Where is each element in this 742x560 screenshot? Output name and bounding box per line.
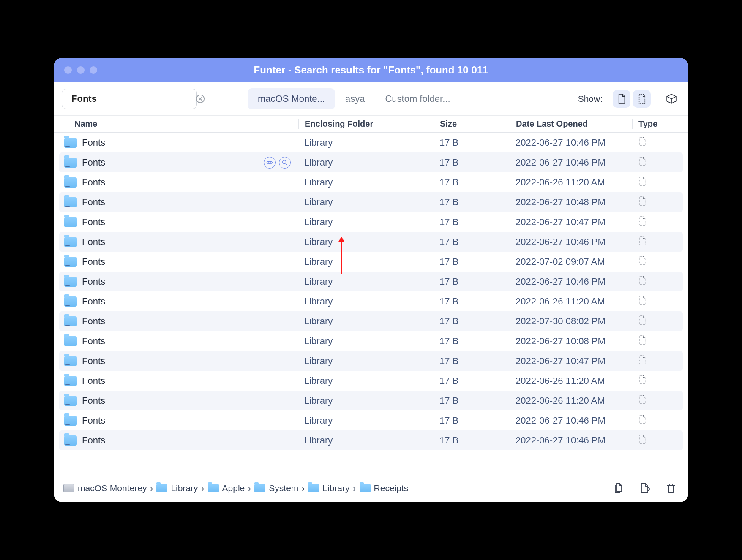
hidden-file-icon (638, 216, 647, 226)
row-size: 17 B (434, 256, 510, 267)
reveal-button[interactable] (637, 481, 652, 496)
hidden-file-icon (638, 275, 647, 285)
minimize-button[interactable] (77, 66, 85, 74)
row-type (632, 256, 683, 268)
row-folder: Library (298, 256, 434, 267)
folder-icon (208, 484, 219, 492)
row-name: Fonts (82, 177, 105, 188)
row-type (632, 216, 683, 228)
show-toggle-group (613, 90, 651, 108)
folder-icon (64, 376, 77, 386)
row-date: 2022-06-26 11:20 AM (510, 395, 632, 406)
folder-icon (64, 138, 77, 148)
header-folder[interactable]: Enclosing Folder (298, 119, 434, 129)
folder-icon (254, 484, 265, 492)
row-size: 17 B (434, 137, 510, 148)
search-input[interactable] (71, 93, 191, 104)
row-type (632, 414, 683, 427)
folder-icon (64, 296, 77, 307)
hidden-file-icon (638, 434, 647, 444)
show-visible-files-toggle[interactable] (613, 90, 630, 108)
row-size: 17 B (434, 395, 510, 406)
row-name: Fonts (82, 276, 105, 287)
show-hidden-files-toggle[interactable] (633, 90, 651, 108)
row-date: 2022-06-27 10:08 PM (510, 336, 632, 347)
hidden-file-icon (638, 335, 647, 345)
table-row[interactable]: FontsLibrary17 B2022-06-27 10:47 PM (59, 212, 683, 232)
hidden-file-icon (638, 156, 647, 166)
row-date: 2022-06-27 10:46 PM (510, 237, 632, 247)
scope-tab[interactable]: Custom folder... (375, 88, 460, 109)
table-row[interactable]: FontsLibrary17 B2022-06-27 10:46 PM (59, 133, 683, 152)
row-folder: Library (298, 217, 434, 228)
disk-icon (63, 484, 74, 492)
header-date[interactable]: Date Last Opened (510, 119, 632, 129)
breadcrumb-item[interactable]: System (254, 483, 298, 493)
close-button[interactable] (64, 66, 72, 74)
search-scopes: macOS Monte...asyaCustom folder... (248, 88, 461, 109)
table-row[interactable]: FontsLibrary17 B2022-06-26 11:20 AM (59, 371, 683, 391)
chevron-right-icon: › (353, 483, 356, 493)
table-row[interactable]: FontsLibrary17 B2022-06-26 11:20 AM (59, 172, 683, 192)
row-size: 17 B (434, 237, 510, 247)
breadcrumb-item[interactable]: Receipts (360, 483, 409, 493)
row-date: 2022-06-26 11:20 AM (510, 177, 632, 188)
search-field[interactable] (62, 89, 197, 109)
hidden-file-icon (638, 136, 647, 147)
packages-toggle[interactable] (663, 90, 680, 108)
eye-icon (266, 159, 273, 166)
row-date: 2022-06-27 10:46 PM (510, 415, 632, 426)
folder-icon (64, 197, 77, 207)
table-row[interactable]: FontsLibrary17 B2022-06-26 11:20 AM (59, 291, 683, 311)
folder-icon (64, 435, 77, 446)
folder-icon (64, 336, 77, 346)
row-name: Fonts (82, 375, 105, 386)
row-name: Fonts (82, 256, 105, 267)
clear-search-button[interactable] (196, 94, 205, 104)
folder-icon (64, 217, 77, 227)
table-row[interactable]: FontsLibrary17 B2022-07-30 08:02 PM (59, 311, 683, 331)
row-type (632, 236, 683, 248)
app-window: Funter - Search results for "Fonts", fou… (54, 58, 688, 502)
copy-button[interactable] (611, 481, 626, 496)
table-row[interactable]: FontsLibrary17 B2022-06-27 10:46 PM (59, 410, 683, 430)
table-row[interactable]: FontsLibrary17 B2022-06-27 10:46 PM (59, 152, 683, 172)
scope-tab[interactable]: macOS Monte... (248, 88, 335, 109)
table-row[interactable]: FontsLibrary17 B2022-06-26 11:20 AM (59, 391, 683, 410)
table-row[interactable]: FontsLibrary17 B2022-06-27 10:46 PM (59, 272, 683, 291)
svg-point-5 (269, 162, 270, 163)
hidden-file-icon (638, 315, 647, 325)
row-name: Fonts (82, 137, 105, 148)
table-row[interactable]: FontsLibrary17 B2022-06-27 10:46 PM (59, 232, 683, 252)
header-type[interactable]: Type (632, 119, 683, 129)
cube-icon (666, 93, 677, 104)
table-row[interactable]: FontsLibrary17 B2022-06-27 10:47 PM (59, 351, 683, 371)
row-folder: Library (298, 415, 434, 426)
hidden-file-icon (638, 355, 647, 365)
folder-icon (64, 356, 77, 366)
header-size[interactable]: Size (434, 119, 510, 129)
row-folder: Library (298, 375, 434, 386)
preview-button[interactable] (264, 157, 276, 169)
breadcrumb-label: macOS Monterey (78, 483, 147, 493)
breadcrumb-item[interactable]: Apple (208, 483, 245, 493)
zoom-button[interactable] (90, 66, 97, 74)
breadcrumb-item[interactable]: Library (308, 483, 349, 493)
table-row[interactable]: FontsLibrary17 B2022-07-02 09:07 AM (59, 252, 683, 272)
row-type (632, 335, 683, 348)
row-name: Fonts (82, 197, 105, 208)
breadcrumb-item[interactable]: Library (156, 483, 198, 493)
zoom-button[interactable] (279, 157, 291, 169)
row-type (632, 434, 683, 447)
header-name[interactable]: Name (74, 119, 298, 129)
row-date: 2022-06-27 10:47 PM (510, 217, 632, 228)
row-date: 2022-06-27 10:46 PM (510, 276, 632, 287)
scope-tab[interactable]: asya (335, 88, 375, 109)
window-title: Funter - Search results for "Fonts", fou… (54, 64, 688, 76)
breadcrumb-item[interactable]: macOS Monterey (63, 483, 147, 493)
table-row[interactable]: FontsLibrary17 B2022-06-27 10:46 PM (59, 430, 683, 450)
table-row[interactable]: FontsLibrary17 B2022-06-27 10:08 PM (59, 331, 683, 351)
table-row[interactable]: FontsLibrary17 B2022-06-27 10:48 PM (59, 192, 683, 212)
row-name: Fonts (82, 395, 105, 406)
delete-button[interactable] (663, 481, 679, 496)
